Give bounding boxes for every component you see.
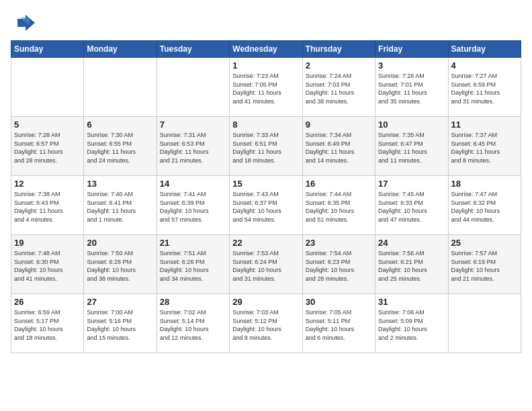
cell-content: Sunrise: 7:38 AM Sunset: 6:43 PM Dayligh… bbox=[14, 190, 81, 224]
day-cell-5: 5Sunrise: 7:28 AM Sunset: 6:57 PM Daylig… bbox=[11, 117, 84, 176]
day-number: 19 bbox=[14, 238, 81, 248]
day-number: 12 bbox=[14, 179, 81, 189]
cell-content: Sunrise: 7:05 AM Sunset: 5:11 PM Dayligh… bbox=[306, 308, 372, 342]
calendar-table: SundayMondayTuesdayWednesdayThursdayFrid… bbox=[11, 40, 521, 353]
weekday-header-row: SundayMondayTuesdayWednesdayThursdayFrid… bbox=[11, 41, 521, 58]
svg-marker-0 bbox=[17, 15, 35, 31]
day-number: 18 bbox=[451, 179, 518, 189]
day-number: 8 bbox=[232, 120, 299, 130]
day-cell-24: 24Sunrise: 7:56 AM Sunset: 6:21 PM Dayli… bbox=[375, 235, 448, 294]
empty-cell bbox=[84, 58, 157, 117]
weekday-header-wednesday: Wednesday bbox=[230, 41, 302, 58]
day-cell-3: 3Sunrise: 7:26 AM Sunset: 7:01 PM Daylig… bbox=[375, 58, 448, 117]
day-cell-13: 13Sunrise: 7:40 AM Sunset: 6:41 PM Dayli… bbox=[84, 176, 157, 235]
cell-content: Sunrise: 7:43 AM Sunset: 6:37 PM Dayligh… bbox=[232, 190, 299, 224]
day-number: 21 bbox=[160, 238, 226, 248]
cell-content: Sunrise: 7:27 AM Sunset: 6:59 PM Dayligh… bbox=[451, 72, 518, 105]
day-cell-19: 19Sunrise: 7:48 AM Sunset: 6:30 PM Dayli… bbox=[11, 235, 84, 294]
day-cell-7: 7Sunrise: 7:31 AM Sunset: 6:53 PM Daylig… bbox=[157, 117, 229, 176]
cell-content: Sunrise: 7:34 AM Sunset: 6:49 PM Dayligh… bbox=[306, 131, 372, 165]
day-number: 29 bbox=[232, 297, 299, 307]
cell-content: Sunrise: 7:45 AM Sunset: 6:33 PM Dayligh… bbox=[378, 190, 445, 224]
cell-content: Sunrise: 7:50 AM Sunset: 6:28 PM Dayligh… bbox=[87, 249, 153, 283]
week-row-2: 5Sunrise: 7:28 AM Sunset: 6:57 PM Daylig… bbox=[11, 117, 521, 176]
day-number: 24 bbox=[378, 238, 445, 248]
day-number: 13 bbox=[87, 179, 153, 189]
cell-content: Sunrise: 7:26 AM Sunset: 7:01 PM Dayligh… bbox=[378, 72, 445, 105]
day-cell-6: 6Sunrise: 7:30 AM Sunset: 6:55 PM Daylig… bbox=[84, 117, 157, 176]
day-cell-31: 31Sunrise: 7:06 AM Sunset: 5:09 PM Dayli… bbox=[375, 294, 448, 353]
weekday-header-friday: Friday bbox=[375, 41, 448, 58]
day-cell-14: 14Sunrise: 7:41 AM Sunset: 6:39 PM Dayli… bbox=[157, 176, 229, 235]
day-number: 11 bbox=[451, 120, 518, 130]
day-number: 7 bbox=[160, 120, 226, 130]
cell-content: Sunrise: 7:57 AM Sunset: 6:19 PM Dayligh… bbox=[451, 249, 518, 283]
day-number: 6 bbox=[87, 120, 153, 130]
cell-content: Sunrise: 7:56 AM Sunset: 6:21 PM Dayligh… bbox=[378, 249, 445, 283]
weekday-header-sunday: Sunday bbox=[11, 41, 84, 58]
header bbox=[11, 11, 521, 35]
day-cell-25: 25Sunrise: 7:57 AM Sunset: 6:19 PM Dayli… bbox=[448, 235, 521, 294]
day-number: 30 bbox=[306, 297, 372, 307]
day-cell-15: 15Sunrise: 7:43 AM Sunset: 6:37 PM Dayli… bbox=[230, 176, 302, 235]
day-number: 16 bbox=[306, 179, 372, 189]
cell-content: Sunrise: 7:37 AM Sunset: 6:45 PM Dayligh… bbox=[451, 131, 518, 165]
day-number: 3 bbox=[378, 60, 445, 71]
cell-content: Sunrise: 7:31 AM Sunset: 6:53 PM Dayligh… bbox=[160, 131, 226, 165]
cell-content: Sunrise: 7:28 AM Sunset: 6:57 PM Dayligh… bbox=[14, 131, 81, 165]
day-cell-28: 28Sunrise: 7:02 AM Sunset: 5:14 PM Dayli… bbox=[157, 294, 229, 353]
day-number: 27 bbox=[87, 297, 153, 307]
week-row-4: 19Sunrise: 7:48 AM Sunset: 6:30 PM Dayli… bbox=[11, 235, 521, 294]
cell-content: Sunrise: 7:47 AM Sunset: 6:32 PM Dayligh… bbox=[451, 190, 518, 224]
day-cell-16: 16Sunrise: 7:44 AM Sunset: 6:35 PM Dayli… bbox=[302, 176, 375, 235]
empty-cell bbox=[11, 58, 84, 117]
day-cell-21: 21Sunrise: 7:51 AM Sunset: 6:26 PM Dayli… bbox=[157, 235, 229, 294]
day-cell-23: 23Sunrise: 7:54 AM Sunset: 6:23 PM Dayli… bbox=[302, 235, 375, 294]
weekday-header-saturday: Saturday bbox=[448, 41, 521, 58]
logo-icon bbox=[11, 11, 35, 35]
day-cell-22: 22Sunrise: 7:53 AM Sunset: 6:24 PM Dayli… bbox=[230, 235, 302, 294]
logo bbox=[11, 11, 38, 35]
cell-content: Sunrise: 7:00 AM Sunset: 5:16 PM Dayligh… bbox=[87, 308, 153, 342]
day-number: 31 bbox=[378, 297, 445, 307]
day-number: 23 bbox=[306, 238, 372, 248]
day-number: 4 bbox=[451, 60, 518, 71]
day-number: 9 bbox=[306, 120, 372, 130]
day-cell-12: 12Sunrise: 7:38 AM Sunset: 6:43 PM Dayli… bbox=[11, 176, 84, 235]
day-number: 1 bbox=[232, 60, 299, 71]
cell-content: Sunrise: 7:03 AM Sunset: 5:12 PM Dayligh… bbox=[232, 308, 299, 342]
cell-content: Sunrise: 7:48 AM Sunset: 6:30 PM Dayligh… bbox=[14, 249, 81, 283]
cell-content: Sunrise: 7:33 AM Sunset: 6:51 PM Dayligh… bbox=[232, 131, 299, 165]
day-number: 2 bbox=[306, 60, 372, 71]
weekday-header-tuesday: Tuesday bbox=[157, 41, 229, 58]
cell-content: Sunrise: 7:53 AM Sunset: 6:24 PM Dayligh… bbox=[232, 249, 299, 283]
day-cell-11: 11Sunrise: 7:37 AM Sunset: 6:45 PM Dayli… bbox=[448, 117, 521, 176]
cell-content: Sunrise: 7:24 AM Sunset: 7:03 PM Dayligh… bbox=[306, 72, 372, 105]
day-number: 5 bbox=[14, 120, 81, 130]
cell-content: Sunrise: 7:54 AM Sunset: 6:23 PM Dayligh… bbox=[306, 249, 372, 283]
cell-content: Sunrise: 7:51 AM Sunset: 6:26 PM Dayligh… bbox=[160, 249, 226, 283]
day-cell-9: 9Sunrise: 7:34 AM Sunset: 6:49 PM Daylig… bbox=[302, 117, 375, 176]
weekday-header-thursday: Thursday bbox=[302, 41, 375, 58]
cell-content: Sunrise: 7:06 AM Sunset: 5:09 PM Dayligh… bbox=[378, 308, 445, 342]
day-cell-29: 29Sunrise: 7:03 AM Sunset: 5:12 PM Dayli… bbox=[230, 294, 302, 353]
empty-cell bbox=[157, 58, 229, 117]
weekday-header-monday: Monday bbox=[84, 41, 157, 58]
day-cell-30: 30Sunrise: 7:05 AM Sunset: 5:11 PM Dayli… bbox=[302, 294, 375, 353]
day-cell-27: 27Sunrise: 7:00 AM Sunset: 5:16 PM Dayli… bbox=[84, 294, 157, 353]
day-cell-18: 18Sunrise: 7:47 AM Sunset: 6:32 PM Dayli… bbox=[448, 176, 521, 235]
cell-content: Sunrise: 7:44 AM Sunset: 6:35 PM Dayligh… bbox=[306, 190, 372, 224]
day-cell-20: 20Sunrise: 7:50 AM Sunset: 6:28 PM Dayli… bbox=[84, 235, 157, 294]
page: SundayMondayTuesdayWednesdayThursdayFrid… bbox=[0, 0, 532, 411]
day-number: 20 bbox=[87, 238, 153, 248]
cell-content: Sunrise: 7:02 AM Sunset: 5:14 PM Dayligh… bbox=[160, 308, 226, 342]
day-cell-4: 4Sunrise: 7:27 AM Sunset: 6:59 PM Daylig… bbox=[448, 58, 521, 117]
day-number: 22 bbox=[232, 238, 299, 248]
day-cell-10: 10Sunrise: 7:35 AM Sunset: 6:47 PM Dayli… bbox=[375, 117, 448, 176]
day-number: 10 bbox=[378, 120, 445, 130]
day-number: 28 bbox=[160, 297, 226, 307]
week-row-3: 12Sunrise: 7:38 AM Sunset: 6:43 PM Dayli… bbox=[11, 176, 521, 235]
week-row-5: 26Sunrise: 6:59 AM Sunset: 5:17 PM Dayli… bbox=[11, 294, 521, 353]
day-number: 17 bbox=[378, 179, 445, 189]
cell-content: Sunrise: 7:30 AM Sunset: 6:55 PM Dayligh… bbox=[87, 131, 153, 165]
